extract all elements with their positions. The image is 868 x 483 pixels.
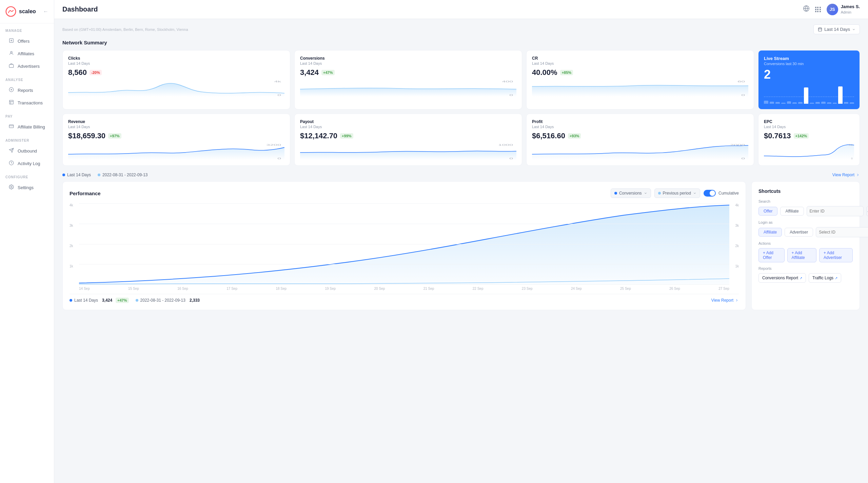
metric-clicks: Clicks Last 14 Days 8,560 -20% [62,50,290,109]
svg-rect-3 [9,64,14,67]
add-advertiser-button[interactable]: + Add Advertiser [819,248,853,262]
cumulative-toggle[interactable] [704,190,716,197]
x-label-23sep: 23 Sep [522,287,533,290]
bottom-area: Performance Conversions Previous period [62,181,860,310]
metrics-row-2: Revenue Last 14 Days $18,659.30 +97% [62,114,860,166]
search-tab-affiliate[interactable]: Affiliate [780,207,804,216]
perf-dot-2 [136,299,138,302]
cumulative-label: Cumulative [718,191,739,196]
sidebar-item-transactions[interactable]: Transactions [3,97,51,109]
perf-value-1: 3,424 [102,298,112,303]
x-label-20sep: 20 Sep [374,287,385,290]
x-label-25sep: 25 Sep [620,287,631,290]
billing-icon [8,124,14,130]
cr-value: 40.00% [532,68,557,77]
search-input[interactable] [807,206,864,216]
ls-bar-8 [804,87,808,104]
date-range-button[interactable]: Last 14 Days [813,24,860,34]
x-axis-labels: 14 Sep 15 Sep 16 Sep 17 Sep 18 Sep 19 Se… [70,285,739,290]
conversions-badge: +47% [321,70,334,75]
x-label-27sep: 27 Sep [718,287,729,290]
live-stream-value: 2 [764,68,854,81]
conversions-dropdown-label: Conversions [619,191,642,196]
login-input[interactable] [816,227,868,237]
sidebar-item-advertisers[interactable]: Advertisers [3,60,51,72]
login-tab-affiliate[interactable]: Affiliate [758,228,782,237]
sidebar-item-affiliate-billing[interactable]: Affiliate Billing [3,121,51,133]
conversions-report-link[interactable]: Conversions Report ↗ [758,273,806,283]
svg-text:0: 0 [277,157,281,160]
legend-label-2: 2022-08-31 - 2022-09-13 [102,173,147,177]
shortcuts-title: Shortcuts [758,188,853,194]
perf-header: Performance Conversions Previous period [70,188,739,198]
sidebar-item-reports[interactable]: Reports [3,84,51,96]
search-tab-offer[interactable]: Offer [758,207,777,216]
search-tabs-row: Offer Affiliate → [758,206,853,216]
sidebar-item-outbound-label: Outbound [18,148,37,154]
clicks-label: Clicks [68,56,284,61]
user-avatar[interactable]: JS James S. Admin [827,4,860,15]
perf-dot-1 [70,299,72,302]
perf-view-report-label: View Report [711,298,733,303]
login-section-label: Login as [758,220,853,224]
add-offer-button[interactable]: + Add Offer [758,248,785,262]
svg-text:3200: 3200 [267,143,281,146]
view-report-link[interactable]: View Report [832,173,860,177]
sidebar-item-activity-log[interactable]: Activity Log [3,157,51,169]
conversions-report-label: Conversions Report [762,276,798,280]
svg-rect-6 [9,125,14,128]
clicks-value: 8,560 [68,68,87,77]
sidebar-item-offers[interactable]: Offers [3,35,51,47]
login-tab-advertiser[interactable]: Advertiser [785,228,813,237]
profit-value: $6,516.60 [532,132,565,140]
conversions-dropdown[interactable]: Conversions [611,188,651,198]
ls-bar-2 [770,102,774,104]
y-label-3k-left: 3k [70,224,73,227]
globe-icon[interactable] [803,5,810,14]
clicks-chart: 4k 0 [68,79,284,97]
sidebar-item-affiliates[interactable]: Affiliates [3,47,51,60]
perf-legend-2-label: 2022-08-31 - 2022-09-13 [140,298,185,303]
payout-badge: +99% [340,133,353,139]
reports-row: Conversions Report ↗ Traffic Logs ↗ [758,273,853,283]
conversions-label: Conversions [300,56,516,61]
previous-period-dropdown[interactable]: Previous period [654,188,700,198]
sidebar-item-advertisers-label: Advertisers [18,64,40,69]
traffic-logs-link[interactable]: Traffic Logs ↗ [809,273,841,283]
y-axis-left: 4k 3k 2k 1k [70,203,73,285]
cr-chart: 60 0 [532,79,748,97]
search-go-button[interactable]: → [866,206,868,216]
metrics-row-1: Clicks Last 14 Days 8,560 -20% [62,50,860,109]
sidebar-item-outbound[interactable]: Outbound [3,145,51,157]
svg-rect-10 [818,28,822,31]
ls-bar-9 [810,103,814,104]
svg-text:0: 0 [741,94,745,97]
legend-item-2: 2022-08-31 - 2022-09-13 [98,173,147,177]
add-affiliate-button[interactable]: + Add Affiliate [787,248,817,262]
payout-value: $12,142.70 [300,132,337,140]
x-label-18sep: 18 Sep [276,287,287,290]
traffic-logs-label: Traffic Logs [812,276,833,280]
epc-sublabel: Last 14 Days [764,125,854,129]
collapse-button[interactable]: ← [43,8,48,15]
svg-point-8 [11,186,12,188]
ls-bar-6 [792,102,797,104]
apps-grid-icon[interactable] [815,7,821,12]
scaleo-logo [5,6,16,17]
search-section-label: Search [758,199,853,203]
sidebar-nav: MANAGE Offers Affiliates Advertisers ANA… [0,23,54,194]
sidebar: scaleo ← MANAGE Offers Affiliates Advert… [0,0,54,483]
legend-label-1: Last 14 Days [67,173,91,177]
activity-log-icon [8,160,14,166]
perf-legend-1: Last 14 Days 3,424 +47% [70,298,129,303]
perf-view-report[interactable]: View Report [711,298,739,303]
ls-bar-7 [798,102,803,104]
svg-point-2 [11,52,12,53]
ls-bar-3 [775,102,780,104]
profit-badge: +93% [568,133,581,139]
perf-legend-2: 2022-08-31 - 2022-09-13 2,333 [136,298,200,303]
performance-chart [79,203,729,285]
sidebar-item-settings[interactable]: Settings [3,181,51,194]
x-label-17sep: 17 Sep [226,287,237,290]
ls-bar-4 [781,103,786,104]
